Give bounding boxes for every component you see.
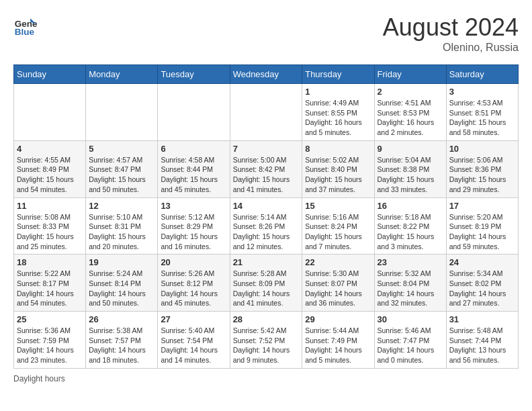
calendar-cell: 25Sunrise: 5:36 AM Sunset: 7:59 PM Dayli… [14, 312, 86, 369]
day-info: Sunrise: 5:38 AM Sunset: 7:57 PM Dayligh… [89, 326, 154, 365]
day-number: 7 [233, 144, 300, 154]
day-info: Sunrise: 5:30 AM Sunset: 8:07 PM Dayligh… [305, 269, 371, 308]
col-header-friday: Friday [374, 65, 446, 84]
calendar-cell: 18Sunrise: 5:22 AM Sunset: 8:17 PM Dayli… [14, 255, 86, 312]
calendar-cell: 27Sunrise: 5:40 AM Sunset: 7:54 PM Dayli… [158, 312, 230, 369]
day-info: Sunrise: 5:42 AM Sunset: 7:52 PM Dayligh… [233, 326, 300, 365]
day-info: Sunrise: 5:26 AM Sunset: 8:12 PM Dayligh… [161, 269, 226, 308]
days-header-row: SundayMondayTuesdayWednesdayThursdayFrid… [14, 65, 519, 84]
day-info: Sunrise: 5:32 AM Sunset: 8:04 PM Dayligh… [378, 269, 443, 308]
day-number: 29 [305, 314, 371, 324]
day-number: 14 [233, 201, 300, 211]
col-header-sunday: Sunday [14, 65, 86, 84]
day-number: 24 [449, 257, 515, 267]
title-area: August 2024 Olenino, Russia [383, 13, 519, 54]
day-info: Sunrise: 5:28 AM Sunset: 8:09 PM Dayligh… [233, 269, 300, 308]
day-number: 28 [233, 314, 300, 324]
calendar-cell: 30Sunrise: 5:46 AM Sunset: 7:47 PM Dayli… [374, 312, 446, 369]
calendar-cell: 8Sunrise: 5:02 AM Sunset: 8:40 PM Daylig… [302, 140, 374, 197]
calendar-cell: 24Sunrise: 5:34 AM Sunset: 8:02 PM Dayli… [446, 255, 518, 312]
day-number: 25 [17, 314, 83, 324]
day-number: 19 [89, 257, 154, 267]
day-info: Sunrise: 5:40 AM Sunset: 7:54 PM Dayligh… [161, 326, 226, 365]
day-info: Sunrise: 5:18 AM Sunset: 8:22 PM Dayligh… [378, 212, 443, 252]
calendar-cell: 17Sunrise: 5:20 AM Sunset: 8:19 PM Dayli… [446, 197, 518, 255]
day-number: 9 [378, 144, 443, 154]
col-header-monday: Monday [86, 65, 158, 84]
day-number: 1 [305, 87, 371, 97]
day-info: Sunrise: 4:51 AM Sunset: 8:53 PM Dayligh… [378, 98, 443, 138]
calendar-cell: 12Sunrise: 5:10 AM Sunset: 8:31 PM Dayli… [86, 197, 158, 255]
calendar-week-row: 25Sunrise: 5:36 AM Sunset: 7:59 PM Dayli… [14, 312, 519, 369]
calendar-cell: 3Sunrise: 4:53 AM Sunset: 8:51 PM Daylig… [446, 84, 518, 141]
calendar-week-row: 18Sunrise: 5:22 AM Sunset: 8:17 PM Dayli… [14, 255, 519, 312]
day-number: 8 [305, 144, 371, 154]
day-info: Sunrise: 4:57 AM Sunset: 8:47 PM Dayligh… [89, 155, 154, 195]
calendar-cell: 22Sunrise: 5:30 AM Sunset: 8:07 PM Dayli… [302, 255, 374, 312]
logo-icon: General Blue [13, 13, 38, 38]
day-number: 2 [378, 87, 443, 97]
col-header-wednesday: Wednesday [230, 65, 302, 84]
day-number: 27 [161, 314, 226, 324]
calendar-cell: 1Sunrise: 4:49 AM Sunset: 8:55 PM Daylig… [302, 84, 374, 141]
calendar-cell: 19Sunrise: 5:24 AM Sunset: 8:14 PM Dayli… [86, 255, 158, 312]
day-info: Sunrise: 5:02 AM Sunset: 8:40 PM Dayligh… [305, 155, 371, 195]
day-number: 30 [378, 314, 443, 324]
day-number: 16 [378, 201, 443, 211]
header: General Blue August 2024 Olenino, Russia [13, 13, 519, 54]
day-info: Sunrise: 5:44 AM Sunset: 7:49 PM Dayligh… [305, 326, 371, 365]
day-number: 5 [89, 144, 154, 154]
calendar-cell: 16Sunrise: 5:18 AM Sunset: 8:22 PM Dayli… [374, 197, 446, 255]
location-title: Olenino, Russia [383, 42, 519, 54]
calendar-cell: 10Sunrise: 5:06 AM Sunset: 8:36 PM Dayli… [446, 140, 518, 197]
day-number: 18 [17, 257, 83, 267]
logo: General Blue [13, 13, 38, 38]
day-info: Sunrise: 4:49 AM Sunset: 8:55 PM Dayligh… [305, 98, 371, 138]
day-number: 15 [305, 201, 371, 211]
calendar-cell: 5Sunrise: 4:57 AM Sunset: 8:47 PM Daylig… [86, 140, 158, 197]
calendar-table: SundayMondayTuesdayWednesdayThursdayFrid… [13, 64, 519, 369]
svg-text:Blue: Blue [15, 27, 35, 37]
day-info: Sunrise: 5:08 AM Sunset: 8:33 PM Dayligh… [17, 212, 83, 252]
day-info: Sunrise: 5:10 AM Sunset: 8:31 PM Dayligh… [89, 212, 154, 252]
day-info: Sunrise: 5:36 AM Sunset: 7:59 PM Dayligh… [17, 326, 83, 365]
calendar-cell: 6Sunrise: 4:58 AM Sunset: 8:44 PM Daylig… [158, 140, 230, 197]
day-number: 26 [89, 314, 154, 324]
calendar-cell: 26Sunrise: 5:38 AM Sunset: 7:57 PM Dayli… [86, 312, 158, 369]
day-number: 11 [17, 201, 83, 211]
calendar-cell: 7Sunrise: 5:00 AM Sunset: 8:42 PM Daylig… [230, 140, 302, 197]
day-number: 22 [305, 257, 371, 267]
day-info: Sunrise: 5:24 AM Sunset: 8:14 PM Dayligh… [89, 269, 154, 308]
day-info: Sunrise: 5:06 AM Sunset: 8:36 PM Dayligh… [449, 155, 515, 195]
day-number: 17 [449, 201, 515, 211]
day-number: 12 [89, 201, 154, 211]
col-header-saturday: Saturday [446, 65, 518, 84]
calendar-week-row: 11Sunrise: 5:08 AM Sunset: 8:33 PM Dayli… [14, 197, 519, 255]
calendar-cell: 31Sunrise: 5:48 AM Sunset: 7:44 PM Dayli… [446, 312, 518, 369]
day-info: Sunrise: 5:20 AM Sunset: 8:19 PM Dayligh… [449, 212, 515, 252]
day-number: 31 [449, 314, 515, 324]
calendar-cell: 15Sunrise: 5:16 AM Sunset: 8:24 PM Dayli… [302, 197, 374, 255]
calendar-cell: 9Sunrise: 5:04 AM Sunset: 8:38 PM Daylig… [374, 140, 446, 197]
day-info: Sunrise: 5:04 AM Sunset: 8:38 PM Dayligh… [378, 155, 443, 195]
calendar-week-row: 4Sunrise: 4:55 AM Sunset: 8:49 PM Daylig… [14, 140, 519, 197]
day-number: 21 [233, 257, 300, 267]
day-number: 13 [161, 201, 226, 211]
calendar-cell: 29Sunrise: 5:44 AM Sunset: 7:49 PM Dayli… [302, 312, 374, 369]
calendar-cell: 13Sunrise: 5:12 AM Sunset: 8:29 PM Dayli… [158, 197, 230, 255]
day-number: 3 [449, 87, 515, 97]
footer-note: Daylight hours [13, 374, 519, 383]
day-info: Sunrise: 4:58 AM Sunset: 8:44 PM Dayligh… [161, 155, 226, 195]
calendar-cell: 2Sunrise: 4:51 AM Sunset: 8:53 PM Daylig… [374, 84, 446, 141]
col-header-tuesday: Tuesday [158, 65, 230, 84]
day-number: 23 [378, 257, 443, 267]
calendar-cell [86, 84, 158, 141]
calendar-cell: 21Sunrise: 5:28 AM Sunset: 8:09 PM Dayli… [230, 255, 302, 312]
day-info: Sunrise: 5:00 AM Sunset: 8:42 PM Dayligh… [233, 155, 300, 195]
daylight-note-text: Daylight hours [13, 374, 65, 383]
calendar-cell: 20Sunrise: 5:26 AM Sunset: 8:12 PM Dayli… [158, 255, 230, 312]
calendar-cell: 11Sunrise: 5:08 AM Sunset: 8:33 PM Dayli… [14, 197, 86, 255]
col-header-thursday: Thursday [302, 65, 374, 84]
day-number: 4 [17, 144, 83, 154]
calendar-cell [14, 84, 86, 141]
